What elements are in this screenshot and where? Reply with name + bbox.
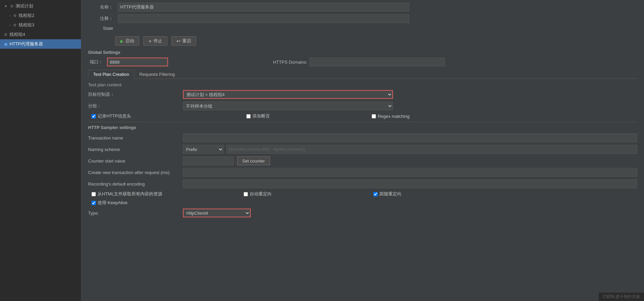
test-plan-content-label: Test plan content — [88, 82, 637, 87]
tabs: Test Plan Creation Requests Filtering — [88, 70, 637, 79]
checkbox-regex-label: Regex matching — [378, 114, 410, 119]
checkbox-regex[interactable] — [372, 114, 376, 119]
sidebar-item-label: 测试计划 — [16, 3, 33, 9]
gear-icon: ⚙ — [4, 33, 7, 37]
create-transaction-row: Create new transaction after request (ms… — [88, 168, 637, 177]
checkbox-auto-redirect[interactable] — [244, 192, 248, 196]
start-button[interactable]: ▶ 启动 — [115, 36, 139, 46]
transaction-name-input[interactable] — [183, 133, 637, 142]
counter-start-input[interactable] — [183, 156, 234, 165]
checkbox-follow-redirect-label: 跟随重定向 — [379, 191, 401, 197]
counter-row: Set counter — [183, 156, 270, 165]
type-label: Type: — [88, 211, 183, 216]
target-dropdown[interactable]: 测试计划 > 线程组4 — [183, 90, 393, 99]
counter-start-label: Counter start value — [88, 158, 183, 164]
sidebar-item-http-proxy[interactable]: ▣ HTTP代理服务器 — [0, 39, 81, 49]
checkbox-html-resources[interactable] — [91, 192, 96, 196]
tab-requests-filtering[interactable]: Requests Filtering — [134, 70, 180, 79]
target-controller-row: 目标控制器： 测试计划 > 线程组4 — [88, 90, 637, 99]
encoding-input[interactable] — [183, 179, 637, 188]
group-label: 分组： — [88, 103, 183, 109]
gear-icon: ⚙ — [13, 23, 17, 27]
separator — [88, 122, 637, 122]
global-settings-title: Global Settings — [88, 50, 637, 55]
create-transaction-label: Create new transaction after request (ms… — [88, 170, 183, 175]
footer-text: CSDN @十旬叶大叔 — [603, 294, 640, 299]
port-label: 端口： — [88, 59, 105, 65]
group-row: 分组： 不对样本分组 — [88, 102, 637, 110]
counter-start-row: Counter start value Set counter — [88, 156, 637, 165]
create-transaction-input[interactable] — [183, 168, 637, 177]
checkbox-html-resources-label: 从HTML文件获取所有内容的资源 — [98, 191, 162, 197]
checkbox-auto-redirect-label: 自动重定向 — [250, 191, 272, 197]
sidebar-item-thread-group-3[interactable]: › ⚙ 线程组3 — [0, 20, 81, 30]
sidebar: ▼ ⚙ 测试计划 › ⚙ 线程组2 › ⚙ 线程组3 ⚙ 线程组4 ▣ HTTP… — [0, 0, 81, 301]
naming-scheme-select[interactable]: Prefix — [183, 145, 224, 154]
type-select[interactable]: HttpClient4 — [183, 209, 251, 217]
naming-placeholder: #{counter,number,000} - #{path} (#{name}… — [226, 145, 637, 154]
state-row: State — [88, 26, 637, 31]
main-content: 名称： 注释： State ▶ 启动 ⏺ 停止 ↩ 重启 — [81, 0, 644, 301]
port-input[interactable] — [107, 58, 168, 66]
checkbox-regex-item: Regex matching — [372, 114, 410, 119]
checkbox-assert[interactable] — [246, 114, 251, 119]
play-icon: ▶ — [120, 39, 124, 44]
checkbox-keepalive-label: 使用 KeepAlive — [98, 200, 127, 206]
comment-label: 注释： — [88, 16, 115, 22]
naming-scheme-label: Naming scheme — [88, 147, 183, 152]
gear-icon: ⚙ — [10, 4, 14, 8]
encoding-label: Recording's default encoding — [88, 181, 183, 187]
sidebar-item-label: 线程组4 — [9, 31, 25, 38]
arrow-icon: › — [9, 23, 11, 27]
footer-bar: CSDN @十旬叶大叔 — [599, 292, 644, 301]
https-label: HTTPS Domains: — [273, 60, 307, 65]
stop-button[interactable]: ⏺ 停止 — [143, 36, 167, 46]
checkbox-follow-redirect[interactable] — [373, 192, 378, 196]
checkbox-keepalive[interactable] — [91, 201, 96, 205]
checkbox-assert-label: 添加断言 — [252, 113, 270, 119]
stop-label: 停止 — [153, 38, 162, 44]
start-label: 启动 — [125, 38, 134, 44]
checkbox-auto-redirect-item: 自动重定向 — [244, 191, 272, 197]
checkbox-row: 记录HTTP信息头 添加断言 Regex matching — [88, 113, 637, 119]
checkbox-follow-redirect-item: 跟随重定向 — [373, 191, 401, 197]
checkbox-record-label: 记录HTTP信息头 — [98, 113, 131, 119]
global-settings-row: 端口： HTTPS Domains: — [88, 58, 637, 66]
https-input[interactable] — [309, 58, 445, 66]
restart-button[interactable]: ↩ 重启 — [171, 36, 196, 46]
transaction-name-label: Transaction name — [88, 135, 183, 141]
restart-icon: ↩ — [176, 38, 181, 44]
sidebar-item-thread-group-2[interactable]: › ⚙ 线程组2 — [0, 11, 81, 20]
checkbox-html-resources-item: 从HTML文件获取所有内容的资源 — [91, 191, 162, 197]
checkbox-record-item: 记录HTTP信息头 — [91, 113, 131, 119]
sidebar-item-label: HTTP代理服务器 — [9, 41, 43, 47]
arrow-icon: ▼ — [4, 4, 7, 8]
name-label: 名称： — [88, 4, 115, 10]
stop-icon: ⏺ — [148, 39, 152, 43]
naming-scheme-row: Naming scheme Prefix #{counter,number,00… — [88, 145, 637, 154]
sidebar-item-thread-group-4[interactable]: ⚙ 线程组4 — [0, 30, 81, 39]
gear-icon: ⚙ — [13, 14, 17, 18]
name-row: 名称： — [88, 3, 637, 12]
group-dropdown[interactable]: 不对样本分组 — [183, 102, 393, 110]
comment-row: 注释： — [88, 14, 637, 23]
page-icon: ▣ — [4, 42, 7, 46]
restart-label: 重启 — [182, 38, 191, 44]
set-counter-button[interactable]: Set counter — [237, 156, 270, 165]
sidebar-item-label: 线程组3 — [19, 22, 34, 28]
sidebar-item-label: 线程组2 — [19, 13, 34, 19]
comment-input[interactable] — [118, 14, 409, 23]
transaction-name-row: Transaction name — [88, 133, 637, 142]
checkbox-keepalive-item: 使用 KeepAlive — [91, 200, 127, 206]
checkbox-assert-item: 添加断言 — [246, 113, 270, 119]
state-buttons: ▶ 启动 ⏺ 停止 ↩ 重启 — [88, 34, 637, 48]
target-label: 目标控制器： — [88, 91, 183, 98]
checkbox-record[interactable] — [91, 114, 96, 119]
state-label: State — [88, 26, 115, 31]
name-input[interactable] — [118, 3, 409, 12]
http-sampler-title: HTTP Sampler settings — [88, 125, 637, 130]
tab-test-plan-creation[interactable]: Test Plan Creation — [88, 70, 134, 79]
type-row: Type: HttpClient4 — [88, 209, 637, 217]
sidebar-item-test-plan[interactable]: ▼ ⚙ 测试计划 — [0, 1, 81, 11]
arrow-icon: › — [9, 14, 11, 18]
